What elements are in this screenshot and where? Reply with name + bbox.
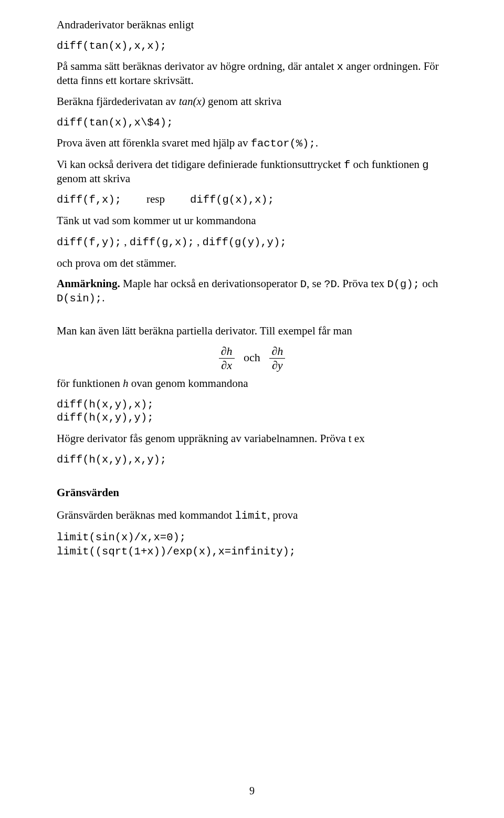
text: . Pröva tex (337, 277, 387, 290)
para-funktionen-h: för funktionen h ovan genom kommandona (57, 377, 447, 391)
para-forenkla: Prova även att förenkla svaret med hjälp… (57, 137, 447, 151)
page: Andraderivator beräknas enligt diff(tan(… (0, 0, 504, 818)
math-h: h (123, 377, 129, 390)
frac-dh-dy: ∂h ∂y (269, 345, 285, 371)
code-diff-tan-x4: diff(tan(x),x\$4); (57, 116, 447, 130)
code-diff-gxx: diff(g(x),x); (190, 194, 274, 206)
text: På samma sätt beräknas derivator av högr… (57, 60, 337, 72)
sep: , (194, 235, 203, 248)
code-diff-hxy-xy: diff(h(x,y),x,y); (57, 453, 447, 467)
sep: , (121, 235, 130, 248)
inline-code-g: g (422, 159, 428, 171)
code-diff-hxy-x: diff(h(x,y),x); (57, 398, 447, 412)
text: genom att skriva (205, 95, 281, 108)
text-resp: resp (146, 193, 165, 205)
para-anmarkning: Anmärkning. Maple har också en derivatio… (57, 277, 447, 305)
math-tan-x: tan(x) (179, 95, 205, 108)
text: och funktionen (350, 158, 422, 171)
numerator: ∂h (269, 345, 285, 358)
frac-dh-dx: ∂h ∂x (219, 345, 235, 371)
text: Gränsvärden beräknas med kommandot (57, 509, 235, 521)
code-diff-fy: diff(f,y); (57, 236, 121, 248)
text: , se (307, 277, 324, 290)
inline-code-D: D (300, 278, 307, 290)
para-partiella: Man kan även lätt beräkna partiella deri… (57, 324, 447, 338)
para-hogre-upprakn: Högre derivator fås genom uppräkning av … (57, 432, 447, 446)
heading-gransvarden: Gränsvärden (57, 486, 447, 499)
denominator: ∂y (269, 359, 285, 372)
label-anmarkning: Anmärkning. (57, 277, 120, 290)
inline-code-Dg: D(g); (387, 278, 419, 290)
text: Beräkna fjärdederivatan av (57, 95, 179, 108)
para-fjardederivata: Beräkna fjärdederivatan av tan(x) genom … (57, 95, 447, 109)
para-tank-ut: Tänk ut vad som kommer ut ur kommandona (57, 214, 447, 228)
para-andraderivator: Andraderivator beräknas enligt (57, 18, 447, 32)
numerator: ∂h (219, 345, 235, 358)
text: Vi kan också derivera det tidigare defin… (57, 158, 344, 171)
text: . (102, 291, 104, 304)
inline-code-Dsin: D(sin); (57, 292, 102, 305)
inline-code-x: x (337, 61, 343, 73)
code-diff-gx: diff(g,x); (130, 236, 194, 248)
text: . (316, 137, 318, 149)
para-hogre-ordning: På samma sätt beräknas derivator av högr… (57, 60, 447, 87)
inline-code-limit: limit (235, 510, 267, 522)
code-limit-sinx: limit(sin(x)/x,x=0); (57, 531, 186, 543)
text: Prova även att förenkla svaret med hjälp… (57, 137, 251, 149)
text: för funktionen (57, 377, 123, 390)
denominator: ∂x (219, 359, 235, 372)
inline-code-qD: ?D (324, 278, 337, 290)
inline-code-f: f (344, 159, 350, 171)
code-limit-sqrt-exp: limit((sqrt(1+x))/exp(x),x=infinity); (57, 546, 296, 558)
code-diff-hxy-y: diff(h(x,y),y); (57, 411, 447, 425)
text: och (419, 277, 438, 290)
inline-code-factor: factor(%); (251, 138, 316, 150)
line-diff-fy-gx-gy: diff(f,y); , diff(g,x); , diff(g(y),y); (57, 235, 447, 249)
math-partial-derivatives: ∂h ∂x och ∂h ∂y (57, 345, 447, 371)
line-diff-resp: diff(f,x);respdiff(g(x),x); (57, 193, 447, 207)
text: Maple har också en derivationsoperator (120, 277, 300, 290)
para-derivera-fg: Vi kan också derivera det tidigare defin… (57, 158, 447, 185)
page-number: 9 (0, 785, 504, 797)
text: genom att skriva (57, 172, 130, 185)
code-diff-tan-xx: diff(tan(x),x,x); (57, 39, 447, 53)
text: ovan genom kommandona (128, 377, 248, 390)
para-gransvarden-intro: Gränsvärden beräknas med kommandot limit… (57, 509, 447, 523)
para-prova-stammer: och prova om det stämmer. (57, 257, 447, 270)
text: , prova (267, 509, 298, 521)
text-och: och (244, 351, 260, 364)
line-limits: limit(sin(x)/x,x=0);limit((sqrt(1+x))/ex… (57, 530, 447, 558)
code-diff-fx: diff(f,x); (57, 194, 121, 206)
code-diff-gyy: diff(g(y),y); (203, 236, 287, 248)
